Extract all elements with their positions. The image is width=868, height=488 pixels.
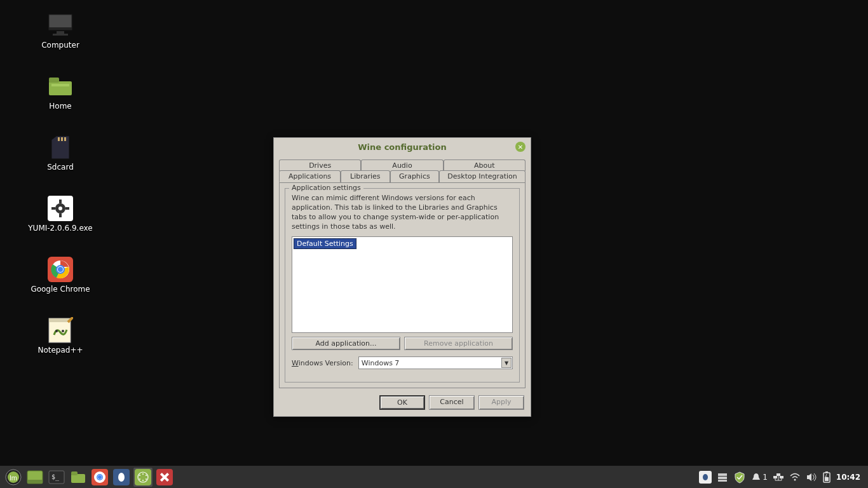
remove-application-button: Remove application xyxy=(404,337,513,350)
desktop-icon-label: Google Chrome xyxy=(31,285,90,294)
svg-point-21 xyxy=(58,267,63,272)
svg-rect-34 xyxy=(71,474,85,483)
tab-audio[interactable]: Audio xyxy=(361,159,443,171)
notepadpp-icon xyxy=(46,318,75,343)
list-item[interactable]: Default Settings xyxy=(294,238,356,249)
windows-version-value: Windows 7 xyxy=(362,359,400,367)
tab-row-front: Applications Libraries Graphics Desktop … xyxy=(279,170,526,182)
files-button[interactable] xyxy=(69,468,88,487)
ok-button[interactable]: OK xyxy=(379,395,425,410)
desktop-icon-chrome[interactable]: Google Chrome xyxy=(25,257,95,294)
tab-libraries[interactable]: Libraries xyxy=(341,170,390,182)
windows-version-row: Windows Version: Windows 7 ▼ xyxy=(292,356,513,369)
tray-battery-icon[interactable] xyxy=(822,471,831,484)
list-buttons: Add application... Remove application xyxy=(292,337,513,350)
gear-icon xyxy=(46,196,75,221)
svg-point-40 xyxy=(98,475,102,479)
desktop-icon-label: Home xyxy=(49,102,71,111)
svg-rect-43 xyxy=(135,469,151,485)
windows-version-select[interactable]: Windows 7 ▼ xyxy=(358,356,513,369)
dialog-footer: OK Cancel Apply xyxy=(379,395,524,410)
window-title: Wine configuration xyxy=(358,142,447,152)
applications-listbox[interactable]: Default Settings xyxy=(292,236,513,333)
tab-applications[interactable]: Applications xyxy=(279,170,341,182)
svg-rect-31 xyxy=(27,480,43,484)
tray-network-icon[interactable] xyxy=(773,473,784,482)
svg-rect-15 xyxy=(51,207,55,210)
svg-point-47 xyxy=(146,475,147,476)
tab-row-back: Drives Audio About xyxy=(279,159,526,171)
desktop-icon-home[interactable]: Home xyxy=(25,74,95,111)
svg-rect-60 xyxy=(780,476,783,478)
desktop-icon-label: Sdcard xyxy=(47,163,74,172)
svg-point-42 xyxy=(118,473,125,482)
desktop-icon-label: Computer xyxy=(41,41,79,50)
close-icon[interactable]: ✕ xyxy=(515,142,526,152)
tab-desktop-integration[interactable]: Desktop Integration xyxy=(439,170,526,182)
group-description: Wine can mimic different Windows version… xyxy=(292,194,513,231)
chrome-icon xyxy=(46,257,75,282)
svg-text:$_: $_ xyxy=(51,473,60,481)
tab-graphics[interactable]: Graphics xyxy=(390,170,440,182)
svg-rect-1 xyxy=(49,27,72,30)
terminal-button[interactable]: $_ xyxy=(47,468,66,487)
desktop-icon-notepadpp[interactable]: Notepad++ xyxy=(25,318,95,355)
svg-line-26 xyxy=(68,317,73,322)
application-settings-group: Application settings Wine can mimic diff… xyxy=(285,188,520,383)
svg-point-55 xyxy=(703,474,708,480)
folder-icon xyxy=(46,74,75,99)
svg-rect-58 xyxy=(718,480,727,482)
svg-rect-56 xyxy=(718,473,727,476)
svg-rect-23 xyxy=(49,318,71,322)
desktop-icon-yumi[interactable]: YUMI-2.0.6.9.exe xyxy=(25,196,95,233)
svg-text:lm: lm xyxy=(10,474,17,482)
add-application-button[interactable]: Add application... xyxy=(292,337,400,350)
apply-button: Apply xyxy=(478,395,524,410)
tab-about[interactable]: About xyxy=(444,159,526,171)
desktop-icon-label: Notepad++ xyxy=(37,346,83,355)
group-title: Application settings xyxy=(289,184,363,192)
app-launcher-1[interactable] xyxy=(112,468,131,487)
tab-area: Drives Audio About Applications Librarie… xyxy=(279,159,526,388)
tray-volume-icon[interactable] xyxy=(806,472,817,482)
svg-rect-14 xyxy=(59,214,62,217)
desktop-icon-sdcard[interactable]: Sdcard xyxy=(25,135,95,172)
svg-point-45 xyxy=(139,475,140,476)
tray-app-icon[interactable] xyxy=(699,471,712,484)
svg-rect-6 xyxy=(51,84,69,86)
svg-rect-57 xyxy=(718,477,727,479)
tab-drives[interactable]: Drives xyxy=(279,159,361,171)
svg-point-24 xyxy=(55,330,58,332)
cancel-button[interactable]: Cancel xyxy=(429,395,475,410)
svg-rect-13 xyxy=(59,200,62,203)
notification-count: 1 xyxy=(763,473,768,482)
tray-notifications[interactable]: 1 xyxy=(751,472,768,482)
svg-point-46 xyxy=(142,473,144,475)
svg-point-25 xyxy=(62,330,64,332)
taskbar-wine-config[interactable] xyxy=(133,468,153,487)
svg-rect-8 xyxy=(61,137,63,141)
app-launcher-2[interactable] xyxy=(155,468,174,487)
svg-rect-61 xyxy=(776,473,780,476)
wine-config-window: Wine configuration ✕ Drives Audio About … xyxy=(273,137,531,417)
svg-rect-35 xyxy=(71,471,78,475)
desktop-icon-computer[interactable]: Computer xyxy=(25,13,95,50)
titlebar[interactable]: Wine configuration ✕ xyxy=(274,138,531,156)
svg-point-12 xyxy=(58,207,62,210)
sdcard-icon xyxy=(46,135,75,160)
svg-point-66 xyxy=(794,478,796,480)
chrome-launcher[interactable] xyxy=(90,468,109,487)
menu-button[interactable]: lm xyxy=(4,468,23,487)
svg-point-48 xyxy=(139,478,140,480)
show-desktop-button[interactable] xyxy=(25,468,44,487)
svg-rect-4 xyxy=(49,81,72,95)
chevron-down-icon[interactable]: ▼ xyxy=(501,358,512,368)
tab-content: Application settings Wine can mimic diff… xyxy=(279,182,526,388)
panel-clock[interactable]: 10:42 xyxy=(836,473,860,482)
tray-wifi-icon[interactable] xyxy=(789,473,801,482)
desktop-icon-label: YUMI-2.0.6.9.exe xyxy=(28,224,92,233)
svg-rect-5 xyxy=(49,78,59,83)
tray-disk-icon[interactable] xyxy=(717,471,728,483)
tray-shield-icon[interactable] xyxy=(733,471,746,484)
svg-point-50 xyxy=(146,478,147,480)
